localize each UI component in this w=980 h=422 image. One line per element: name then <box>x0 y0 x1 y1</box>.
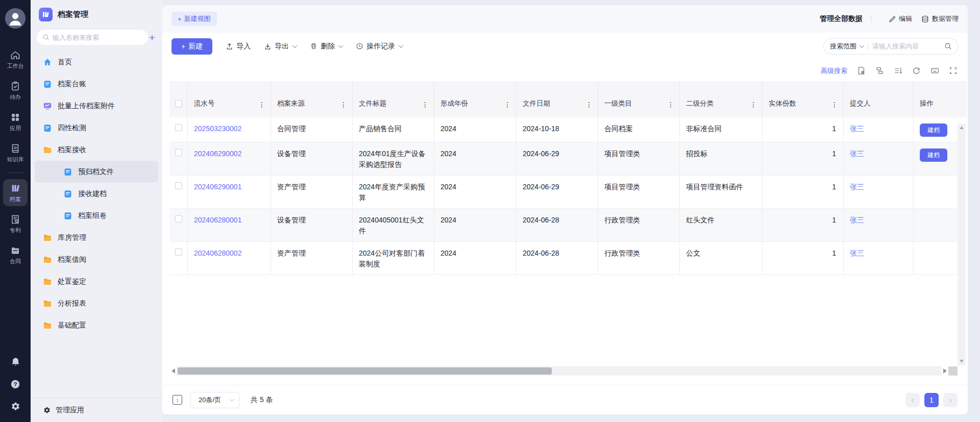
cell-submitter[interactable]: 张三 <box>844 176 914 208</box>
export-button[interactable]: 导出 <box>264 42 297 51</box>
rail-item-todo[interactable]: 待办 <box>3 77 28 104</box>
user-avatar[interactable] <box>5 8 26 29</box>
next-page-button[interactable] <box>943 393 958 407</box>
page-size-select[interactable]: 20条/页 <box>190 392 239 408</box>
search-input[interactable] <box>872 42 940 50</box>
vertical-scrollbar[interactable] <box>958 123 966 365</box>
sidebar-item-archive-receive[interactable]: 档案接收 <box>35 139 158 161</box>
cell-serial-number[interactable]: 202406280002 <box>188 242 271 275</box>
sidebar-item-receive-filing[interactable]: 接收建档 <box>35 183 158 205</box>
cell-submitter[interactable]: 张三 <box>844 117 914 142</box>
import-button[interactable]: 导入 <box>226 42 251 51</box>
search-icon[interactable] <box>944 42 952 50</box>
settings-gear-icon[interactable] <box>10 401 21 412</box>
add-view-button[interactable]: + <box>148 32 156 43</box>
cell-category: 行政管理类 <box>598 242 680 275</box>
cell-submitter[interactable]: 张三 <box>844 242 914 275</box>
sidebar-search[interactable] <box>37 30 148 45</box>
select-all-checkbox[interactable] <box>175 100 182 107</box>
sidebar-item-prearchive-files[interactable]: 预归档文件 <box>35 161 158 183</box>
knowledge-base-icon: AI <box>10 143 21 154</box>
keyboard-icon[interactable] <box>930 66 939 75</box>
delete-button[interactable]: 删除 <box>310 42 342 51</box>
advanced-search-link[interactable]: 高级搜索 <box>821 66 847 76</box>
column-menu-icon[interactable] <box>749 101 758 108</box>
column-menu-icon[interactable] <box>584 101 594 108</box>
new-button[interactable]: + 新建 <box>172 38 212 55</box>
card-view-icon[interactable] <box>875 66 884 75</box>
new-view-button[interactable]: + 新建视图 <box>172 12 217 26</box>
cell-serial-number[interactable]: 202406290001 <box>188 176 271 208</box>
folder-icon <box>43 255 52 264</box>
create-archive-button[interactable]: 建档 <box>920 148 947 162</box>
rail-divider <box>7 172 23 173</box>
scrollbar-thumb[interactable] <box>178 367 552 375</box>
column-menu-icon[interactable] <box>421 101 430 108</box>
cell-copies: 1 <box>763 209 844 241</box>
export-doc-icon[interactable] <box>857 66 866 75</box>
fullscreen-icon[interactable] <box>949 66 958 75</box>
row-checkbox[interactable] <box>175 249 182 256</box>
scroll-up-arrow[interactable] <box>960 126 964 129</box>
column-menu-icon[interactable] <box>339 101 348 108</box>
sidebar-item-home[interactable]: 首页 <box>35 51 158 73</box>
bell-icon[interactable] <box>10 357 21 367</box>
sidebar-item-four-checks[interactable]: 四性检测 <box>35 117 158 139</box>
row-checkbox[interactable] <box>175 182 182 189</box>
rail-item-archive[interactable]: 档案 <box>3 179 28 206</box>
page-number-button[interactable]: 1 <box>924 393 939 407</box>
row-height-icon[interactable] <box>894 66 902 75</box>
cell-year: 2024 <box>434 242 517 275</box>
sidebar-item-manage-app[interactable]: 管理应用 <box>31 398 162 422</box>
operation-log-button[interactable]: 操作记录 <box>356 42 403 51</box>
edit-button[interactable]: 编辑 <box>889 14 912 23</box>
column-menu-icon[interactable] <box>830 101 839 108</box>
rail-item-knowledge[interactable]: AI 知识库 <box>3 139 28 166</box>
column-menu-icon[interactable] <box>666 101 675 108</box>
column-menu-icon[interactable] <box>503 101 512 108</box>
clock-icon <box>356 42 363 50</box>
row-checkbox[interactable] <box>175 149 182 156</box>
scroll-left-arrow[interactable] <box>169 366 177 376</box>
cell-serial-number[interactable]: 202406290002 <box>188 142 271 175</box>
manage-all-data-link[interactable]: 管理全部数据 <box>820 14 863 23</box>
scroll-down-arrow[interactable] <box>960 360 964 363</box>
sidebar-item-batch-upload[interactable]: 批量上传档案附件 <box>35 95 158 117</box>
row-checkbox[interactable] <box>175 215 182 222</box>
sidebar-search-input[interactable] <box>53 34 142 41</box>
sidebar-item-disposal[interactable]: 处置鉴定 <box>35 270 158 292</box>
scroll-right-arrow[interactable] <box>941 366 948 376</box>
sidebar-item-basic-config[interactable]: 基础配置 <box>35 314 158 336</box>
rail-item-contract[interactable]: 合同 <box>3 241 28 268</box>
create-archive-button[interactable]: 建档 <box>920 123 947 137</box>
sidebar-item-archive-binding[interactable]: 档案组卷 <box>35 205 158 227</box>
cell-serial-number[interactable]: 202406280001 <box>188 209 271 241</box>
cell-submitter[interactable]: 张三 <box>844 142 914 175</box>
cell-submitter[interactable]: 张三 <box>844 209 914 241</box>
cell-subcategory: 招投标 <box>680 142 763 175</box>
sidebar-item-archive-ledger[interactable]: 档案台账 <box>35 73 158 95</box>
help-icon[interactable]: ? <box>10 379 21 390</box>
scrollbar-track[interactable] <box>177 366 941 376</box>
prev-page-button[interactable] <box>905 393 920 407</box>
horizontal-scrollbar[interactable] <box>169 366 958 376</box>
rail-item-workbench[interactable]: 工作台 <box>3 46 28 73</box>
sidebar-item-warehouse[interactable]: 库房管理 <box>35 227 158 249</box>
database-icon <box>921 15 929 23</box>
sidebar-item-reports[interactable]: 分析报表 <box>35 292 158 314</box>
folder-icon <box>43 299 52 308</box>
search-scope-dropdown[interactable]: 搜索范围 <box>830 42 864 51</box>
rail-item-apps[interactable]: 应用 <box>3 108 28 135</box>
cell-archive-source: 设备管理 <box>271 142 353 175</box>
rail-item-patent[interactable]: 专利 <box>3 210 28 237</box>
cell-serial-number[interactable]: 202503230002 <box>188 117 271 142</box>
cell-file-date: 2024-06-28 <box>517 242 598 275</box>
chevron-down-icon <box>230 396 235 402</box>
row-density-icon[interactable] <box>173 395 182 405</box>
column-menu-icon[interactable] <box>257 101 266 108</box>
rail-bottom: ? <box>10 357 21 422</box>
row-checkbox[interactable] <box>175 124 182 131</box>
data-manage-button[interactable]: 数据管理 <box>921 14 959 23</box>
refresh-icon[interactable] <box>912 66 921 75</box>
sidebar-item-borrow[interactable]: 档案借阅 <box>35 249 158 270</box>
